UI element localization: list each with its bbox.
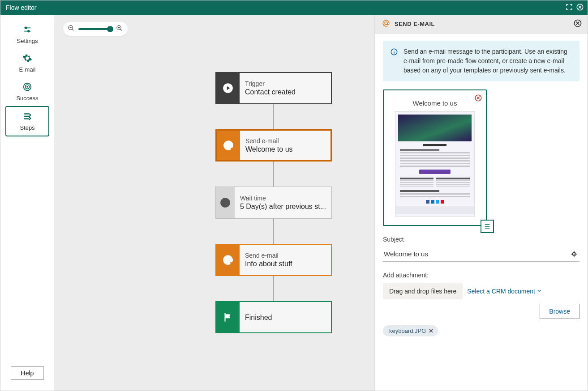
node-title: Send e-mail	[245, 252, 326, 259]
subject-label: Subject	[383, 236, 579, 243]
node-subtitle: Info about stuff	[245, 260, 326, 268]
connector	[273, 276, 274, 301]
target-icon	[22, 82, 32, 93]
email-preview-card[interactable]: Welcome to us	[383, 89, 487, 226]
zoom-in-icon[interactable]	[116, 25, 123, 33]
attachment-chip: keyboard.JPG ✕	[383, 325, 438, 336]
zoom-slider[interactable]	[78, 28, 112, 30]
sidebar-item-label: Success	[16, 95, 38, 102]
chip-label: keyboard.JPG	[389, 327, 426, 334]
connector	[273, 219, 274, 244]
flow-node-trigger[interactable]: Trigger Contact created	[215, 72, 332, 104]
sidebar-item-label: Settings	[17, 38, 38, 44]
svg-point-5	[27, 86, 28, 87]
sidebar-item-settings[interactable]: Settings	[5, 20, 49, 49]
preview-thumbnail	[395, 111, 475, 217]
preview-menu-button[interactable]	[481, 220, 494, 233]
window-title: Flow editor	[6, 4, 36, 11]
node-title: Finished	[245, 314, 326, 322]
info-icon	[390, 47, 398, 75]
insert-variable-button[interactable]	[569, 249, 579, 259]
clock-icon	[216, 187, 235, 218]
node-title: Trigger	[245, 80, 326, 87]
steps-icon	[22, 111, 32, 123]
sidebar-item-success[interactable]: Success	[5, 77, 49, 106]
gear-icon	[22, 53, 32, 64]
connector	[273, 162, 274, 187]
flow-column: Trigger Contact created Send e-mail Welc…	[215, 72, 332, 333]
flow-node-email-welcome[interactable]: Send e-mail Welcome to us	[215, 129, 332, 162]
expand-icon[interactable]	[565, 3, 573, 13]
svg-point-2	[28, 30, 30, 32]
svg-point-12	[385, 22, 387, 25]
remove-chip-icon[interactable]: ✕	[429, 327, 433, 334]
browse-button[interactable]: Browse	[540, 304, 579, 319]
zoom-out-icon[interactable]	[68, 25, 75, 33]
info-text: Send an e-mail message to the participan…	[403, 47, 572, 75]
title-bar: Flow editor	[0, 0, 588, 15]
at-icon	[216, 245, 240, 275]
close-panel-icon[interactable]	[573, 19, 582, 29]
node-title: Wait time	[240, 195, 326, 202]
node-subtitle: Welcome to us	[245, 145, 325, 153]
sliders-icon	[22, 25, 32, 36]
crm-select-label: Select a CRM document	[467, 288, 535, 295]
sidebar-item-email[interactable]: E-mail	[5, 49, 49, 77]
zoom-control[interactable]	[63, 22, 128, 36]
flag-icon	[216, 302, 240, 332]
info-box: Send an e-mail message to the participan…	[383, 41, 579, 81]
flow-canvas[interactable]: Trigger Contact created Send e-mail Welc…	[54, 15, 374, 391]
node-title: Send e-mail	[245, 137, 325, 144]
svg-point-17	[574, 254, 575, 255]
close-window-icon[interactable]	[576, 3, 584, 13]
flow-node-email-info[interactable]: Send e-mail Info about stuff	[215, 244, 332, 276]
attachment-label: Add attachment:	[383, 272, 579, 279]
node-subtitle: Contact created	[245, 88, 326, 96]
play-icon	[216, 73, 240, 103]
svg-point-1	[25, 27, 27, 29]
node-subtitle: 5 Day(s) after previous st...	[240, 203, 326, 211]
panel-header: SEND E-MAIL	[375, 15, 588, 34]
sidebar-item-steps[interactable]: Steps	[5, 106, 49, 136]
connector	[273, 104, 274, 129]
flow-node-wait[interactable]: Wait time 5 Day(s) after previous st...	[215, 187, 332, 219]
sidebar-item-label: Steps	[20, 124, 34, 131]
subject-input[interactable]	[383, 248, 569, 259]
sidebar: Settings E-mail Success Steps Help	[0, 15, 54, 391]
sidebar-item-label: E-mail	[19, 66, 36, 73]
step-settings-panel: SEND E-MAIL Send an e-mail message to th…	[374, 15, 588, 391]
file-dropzone[interactable]: Drag and drop files here	[383, 283, 463, 299]
chevron-down-icon	[536, 288, 542, 295]
at-icon	[217, 131, 240, 160]
flow-node-finished[interactable]: Finished	[215, 301, 332, 333]
preview-title: Welcome to us	[413, 99, 457, 107]
remove-preview-icon[interactable]	[474, 94, 482, 103]
at-icon	[382, 19, 390, 29]
panel-title: SEND E-MAIL	[395, 21, 435, 27]
crm-document-select[interactable]: Select a CRM document	[467, 288, 542, 295]
help-button[interactable]: Help	[11, 366, 44, 380]
